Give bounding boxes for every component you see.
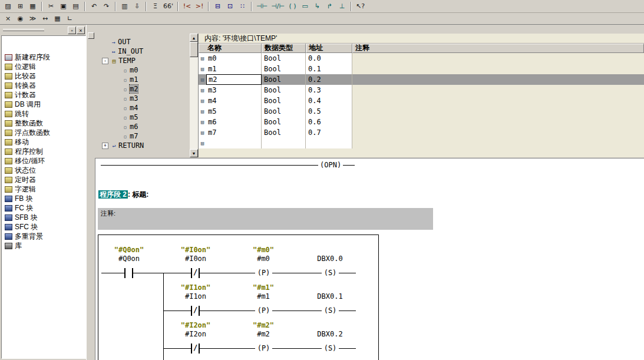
cell-comment[interactable]: [352, 106, 644, 117]
cell-comment[interactable]: [352, 117, 644, 127]
insert-t-branch-icon[interactable]: ⊥: [336, 1, 348, 12]
help-icon[interactable]: ↖?: [354, 1, 366, 12]
network-label-selected[interactable]: 程序段 2: [98, 190, 128, 199]
splitter-button[interactable]: [88, 32, 94, 39]
cell-comment[interactable]: [352, 127, 644, 138]
catalog-item-float-function[interactable]: 浮点数函数: [2, 128, 85, 137]
catalog-item-library[interactable]: 库: [2, 241, 85, 250]
collapse-icon[interactable]: -: [102, 58, 108, 64]
catalog-item-sfb-block[interactable]: SFB 块: [2, 213, 85, 222]
catalog-item-fc-block[interactable]: FC 块: [2, 203, 85, 213]
tree-item-m0[interactable]: ▫m0: [96, 65, 190, 75]
insert-contact-no-icon[interactable]: ⊣⊢: [255, 1, 269, 12]
expand-icon[interactable]: +: [102, 143, 108, 149]
var-row-m1[interactable]: ▤m1Bool0.1: [199, 64, 644, 74]
tree-item-m3[interactable]: ▫m3: [96, 94, 190, 103]
cell-name-editing[interactable]: m2: [206, 74, 262, 85]
set-coil-dbx0-1[interactable]: (S): [322, 306, 339, 315]
network-diagram[interactable]: "#Q0on" #Q0on "#I0on" #I0on / "#m0" #m0 …: [98, 235, 379, 360]
catalog-item-program-control[interactable]: 程序控制: [2, 147, 85, 156]
cell-address[interactable]: 0.1: [306, 64, 352, 74]
resize-icon[interactable]: ↔: [39, 14, 51, 24]
goto-icon[interactable]: ≫: [27, 14, 39, 24]
cell-address[interactable]: 0.5: [306, 106, 352, 117]
tree-item-out[interactable]: →OUT: [96, 37, 190, 47]
cell-datatype[interactable]: [262, 138, 306, 148]
catalog-item-db-call[interactable]: DB 调用: [2, 100, 85, 109]
connection-icon[interactable]: Ξ: [149, 1, 161, 12]
split-window-icon[interactable]: ⊟: [212, 1, 224, 12]
tree-item-m6[interactable]: ▫m6: [96, 122, 190, 131]
cell-comment[interactable]: [352, 64, 644, 74]
insert-contact-nc-icon[interactable]: ⊣/⊢: [269, 1, 286, 12]
cell-datatype[interactable]: Bool: [262, 85, 306, 95]
network-title[interactable]: 程序段 2: 标题:: [98, 190, 148, 200]
paste-icon[interactable]: ▤: [70, 1, 82, 12]
catalog-titlebar[interactable]: ▫ ×: [1, 26, 86, 35]
var-row-m2-selected[interactable]: ▤m2Bool0.2: [199, 74, 644, 85]
cell-comment[interactable]: [352, 85, 644, 95]
delete-icon[interactable]: ×: [2, 14, 14, 24]
catalog-item-multi-instance[interactable]: 多重背景: [2, 232, 85, 241]
cell-name[interactable]: m5: [206, 106, 262, 117]
network-comment-box[interactable]: 注释:: [98, 208, 433, 230]
p-trigger-m2[interactable]: (P): [255, 344, 272, 352]
open-icon[interactable]: ▨: [2, 1, 14, 12]
cell-name[interactable]: [206, 138, 262, 148]
p-trigger-m1[interactable]: (P): [255, 306, 272, 315]
cell-comment[interactable]: [352, 53, 644, 64]
card-icon[interactable]: ▦: [51, 14, 64, 24]
no-contact-q0on[interactable]: [124, 268, 133, 278]
save-icon[interactable]: ▦: [27, 1, 39, 12]
monitor-glasses-icon[interactable]: 66': [161, 1, 175, 12]
var-row-m3[interactable]: ▤m3Bool0.3: [199, 85, 644, 95]
catalog-item-timer[interactable]: 定时器: [2, 175, 85, 184]
drag-grip-icon[interactable]: [3, 29, 44, 31]
scroll-up-icon[interactable]: ▲: [190, 34, 198, 42]
cell-address[interactable]: 0.3: [306, 85, 352, 95]
catalog-item-sfc-block[interactable]: SFC 块: [2, 222, 85, 232]
copy-icon[interactable]: ▣: [57, 1, 70, 12]
cell-datatype[interactable]: Bool: [262, 95, 306, 106]
cell-comment[interactable]: [352, 74, 644, 85]
scroll-down-icon[interactable]: ▼: [190, 149, 198, 157]
catalog-item-jump[interactable]: 跳转: [2, 109, 85, 118]
var-row-m5[interactable]: ▤m5Bool0.5: [199, 106, 644, 117]
nc-contact-i1on[interactable]: /: [191, 306, 200, 316]
tree-item-return[interactable]: +↩RETURN: [96, 141, 190, 150]
cell-name[interactable]: m7: [206, 127, 262, 138]
cell-name[interactable]: m3: [206, 85, 262, 95]
cell-datatype[interactable]: Bool: [262, 53, 306, 64]
insert-coil-icon[interactable]: ( ): [286, 1, 299, 12]
close-branch-icon[interactable]: ↱: [323, 1, 336, 12]
cell-comment[interactable]: [352, 138, 644, 148]
tree-scrollbar[interactable]: ▲ ▼: [190, 34, 198, 157]
var-row-m4[interactable]: ▤m4Bool0.4: [199, 95, 644, 106]
cell-datatype[interactable]: Bool: [262, 74, 306, 85]
cell-name[interactable]: m1: [206, 64, 262, 74]
catalog-item-fb-block[interactable]: FB 块: [2, 194, 85, 203]
cell-address[interactable]: 0.7: [306, 127, 352, 138]
overview-window-icon[interactable]: ⊡: [224, 1, 236, 12]
set-coil-dbx0-2[interactable]: (S): [322, 344, 339, 352]
pane-splitter[interactable]: [86, 25, 95, 360]
close-panel-icon[interactable]: ×: [77, 27, 85, 34]
cell-datatype[interactable]: Bool: [262, 117, 306, 127]
download-icon[interactable]: ⇩: [131, 1, 143, 12]
catalog-item-bit-logic[interactable]: 位逻辑: [2, 62, 85, 71]
cut-icon[interactable]: ✂: [45, 1, 57, 12]
address-info-icon[interactable]: ∷: [236, 1, 249, 12]
nc-contact-i2on[interactable]: /: [191, 344, 200, 354]
redo-icon[interactable]: ↷: [100, 1, 113, 12]
cell-address[interactable]: 0.4: [306, 95, 352, 106]
nc-contact-i0on[interactable]: /: [191, 268, 200, 278]
opn-coil[interactable]: (OPN): [318, 161, 343, 169]
var-row-m0[interactable]: ▤m0Bool0.0: [199, 53, 644, 64]
lad-editor-pane[interactable]: (OPN) 程序段 2: 标题: 注释: "#Q0on" #Q0on "#I0o…: [95, 158, 644, 360]
catalog-item-status-bit[interactable]: 状态位: [2, 166, 85, 175]
insert-box-icon[interactable]: ▭: [299, 1, 311, 12]
catalog-item-converter[interactable]: 转换器: [2, 81, 85, 90]
float-panel-icon[interactable]: ▫: [68, 27, 76, 34]
cell-comment[interactable]: [352, 95, 644, 106]
catalog-item-word-logic[interactable]: 字逻辑: [2, 184, 85, 194]
